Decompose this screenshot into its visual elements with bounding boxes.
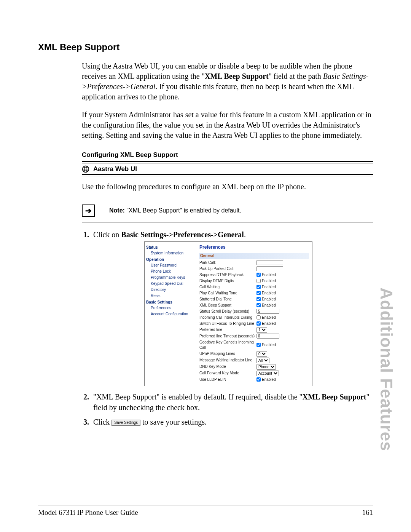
- nav-item[interactable]: System Information: [151, 250, 195, 256]
- preferences-rows: Park Call:Pick Up Parked Call:Suppress D…: [199, 260, 309, 383]
- checkbox-label: Enabled: [262, 321, 276, 326]
- note-block: ➔ Note: "XML Beep Support" is enabled by…: [82, 199, 373, 222]
- pref-row: Pick Up Parked Call:: [199, 266, 309, 272]
- pref-control: Enabled: [256, 342, 309, 348]
- checkbox[interactable]: [256, 315, 261, 320]
- pref-row: Use LLDP ELINEnabled: [199, 377, 309, 383]
- note-label: Note:: [109, 207, 125, 214]
- note-body: "XML Beep Support" is enabled by default…: [125, 207, 241, 214]
- pref-row: UPnP Mapping Lines0: [199, 351, 309, 357]
- pref-label: Display DTMF Digits: [199, 278, 256, 284]
- save-settings-button[interactable]: Save Settings: [112, 420, 140, 426]
- pref-label: Use LLDP ELIN: [199, 377, 256, 382]
- section-rule-top: [82, 161, 373, 163]
- pref-control: Enabled: [256, 377, 309, 382]
- text-bold: XML Beep Support: [205, 72, 269, 80]
- nav-header: Basic Settings: [146, 300, 195, 305]
- pref-row: Play Call Waiting ToneEnabled: [199, 290, 309, 296]
- nav-item[interactable]: Phone Lock: [151, 268, 195, 275]
- page: Additional Features XML Beep Support Usi…: [0, 0, 411, 532]
- procedure-header: Aastra Web UI: [82, 164, 373, 174]
- checkbox-label: Enabled: [262, 284, 276, 290]
- pref-label: Status Scroll Delay (seconds): [199, 309, 256, 314]
- note-text: Note: "XML Beep Support" is enabled by d…: [109, 207, 241, 214]
- pref-label: XML Beep Support: [199, 303, 256, 308]
- checkbox[interactable]: [256, 297, 261, 301]
- pref-control: Enabled: [256, 297, 309, 302]
- text-input[interactable]: [256, 260, 283, 265]
- pref-control: Enabled: [256, 272, 309, 278]
- pref-label: Message Waiting Indicator Line: [199, 358, 256, 363]
- pref-control: Account: [256, 371, 309, 376]
- text: " field at the path: [269, 72, 323, 80]
- pref-label: Play Call Waiting Tone: [199, 291, 256, 296]
- checkbox-label: Enabled: [262, 315, 276, 320]
- nav-item[interactable]: Reset: [151, 293, 195, 299]
- globe-icon: [82, 165, 89, 173]
- nav-item[interactable]: Directory: [151, 287, 195, 293]
- pref-label: UPnP Mapping Lines: [199, 351, 256, 356]
- procedure-title: Aastra Web UI: [93, 165, 137, 173]
- nav-item[interactable]: Programmable Keys: [151, 275, 195, 281]
- preferences-nav: StatusSystem InformationOperationUser Pa…: [145, 242, 196, 386]
- checkbox[interactable]: [256, 303, 261, 307]
- pref-row: Preferred line Timeout (seconds): [199, 333, 309, 339]
- select[interactable]: Phone: [256, 364, 276, 370]
- pref-label: Stuttered Dial Tone: [199, 297, 256, 302]
- pref-label: Incoming Call Interrupts Dialing: [199, 315, 256, 320]
- checkbox[interactable]: [256, 285, 261, 289]
- pref-control: [256, 266, 309, 271]
- pref-row: Call WaitingEnabled: [199, 284, 309, 290]
- text: Click: [93, 418, 112, 426]
- section-rule-bottom: [82, 174, 373, 176]
- pref-row: Suppress DTMF PlaybackEnabled: [199, 272, 309, 278]
- pref-label: Suppress DTMF Playback: [199, 272, 256, 278]
- nav-item[interactable]: Keypad Speed Dial: [151, 281, 195, 287]
- checkbox-label: Enabled: [262, 342, 276, 348]
- checkbox[interactable]: [256, 321, 261, 326]
- nav-item[interactable]: User Password: [151, 262, 195, 268]
- nav-header: Operation: [146, 257, 195, 262]
- text-input[interactable]: [256, 266, 283, 271]
- checkbox[interactable]: [256, 377, 261, 382]
- select[interactable]: 0: [256, 351, 267, 357]
- text-bold: XML Beep Support: [303, 393, 366, 401]
- footer-rule: [38, 505, 373, 505]
- pref-control: Enabled: [256, 278, 309, 284]
- text-input[interactable]: [256, 334, 279, 339]
- select[interactable]: Account: [256, 371, 279, 376]
- pref-label: Preferred line: [199, 327, 256, 332]
- checkbox[interactable]: [256, 291, 261, 295]
- nav-item[interactable]: Account Configuration: [151, 311, 195, 317]
- pref-control: Enabled: [256, 284, 309, 290]
- checkbox[interactable]: [256, 343, 261, 347]
- checkbox[interactable]: [256, 279, 261, 283]
- panel-title: Preferences: [199, 244, 309, 251]
- step-1: Click on Basic Settings->Preferences->Ge…: [91, 229, 373, 386]
- pref-label: Call Waiting: [199, 284, 256, 290]
- page-footer: Model 6731i IP Phone User Guide 161: [38, 508, 373, 517]
- text-bold: Basic Settings->Preferences->General: [121, 230, 244, 239]
- text: to save your settings.: [140, 418, 207, 426]
- nav-item[interactable]: Preferences: [151, 305, 195, 311]
- preferences-main: Preferences General Park Call:Pick Up Pa…: [196, 242, 312, 386]
- text-input[interactable]: [256, 309, 279, 314]
- pref-row: Incoming Call Interrupts DialingEnabled: [199, 315, 309, 321]
- nav-header: Status: [146, 245, 195, 250]
- paragraph-2: If your System Administrator has set a v…: [82, 110, 373, 141]
- select[interactable]: 1: [256, 327, 267, 333]
- steps-list: Click on Basic Settings->Preferences->Ge…: [82, 229, 373, 427]
- checkbox[interactable]: [256, 273, 261, 277]
- pref-row: Message Waiting Indicator LineAll: [199, 357, 309, 364]
- pref-label: Preferred line Timeout (seconds): [199, 334, 256, 339]
- step-2: "XML Beep Support" is enabled by default…: [91, 391, 373, 413]
- paragraph-1: Using the Aastra Web UI, you can enable …: [82, 61, 373, 102]
- pref-label: Pick Up Parked Call:: [199, 266, 256, 272]
- checkbox-label: Enabled: [262, 278, 276, 284]
- checkbox-label: Enabled: [262, 377, 276, 382]
- pref-control: Enabled: [256, 303, 309, 308]
- pref-control: 0: [256, 351, 309, 357]
- subheading: Configuring XML Beep Support: [82, 151, 373, 159]
- pref-label: Park Call:: [199, 260, 256, 265]
- select[interactable]: All: [256, 358, 269, 363]
